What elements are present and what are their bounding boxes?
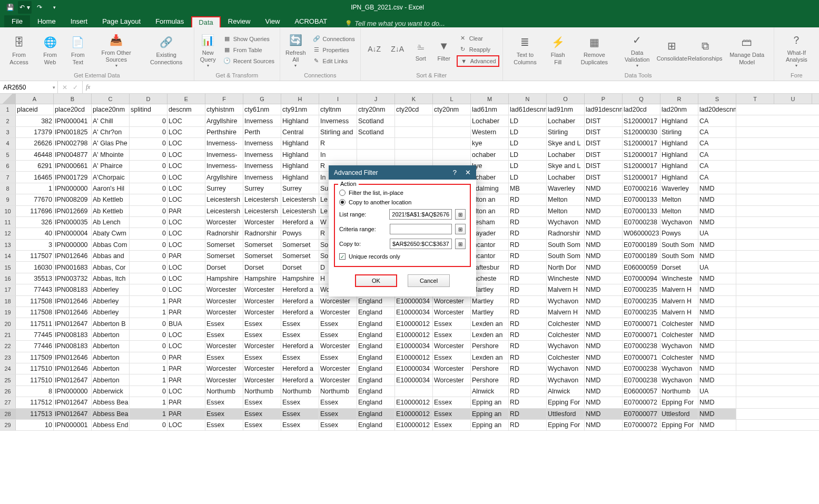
column-header-cell[interactable]: ctyhistnm — [205, 104, 243, 115]
help-icon[interactable]: ? — [453, 169, 457, 176]
properties-button[interactable]: ☰Properties — [310, 45, 357, 55]
cell[interactable]: South Som — [547, 240, 585, 250]
column-header-cell[interactable]: lad20nm — [660, 104, 698, 115]
cell[interactable]: E10000012 — [395, 397, 433, 408]
cell[interactable]: Lochaber — [547, 150, 585, 160]
row-header[interactable]: 12 — [0, 228, 16, 239]
cell[interactable]: E07000094 — [623, 273, 660, 284]
row-header[interactable]: 7 — [0, 172, 16, 182]
ok-button[interactable]: OK — [355, 274, 397, 287]
cell[interactable]: IPN008183 — [54, 341, 92, 351]
formula-input[interactable] — [93, 81, 819, 93]
cell[interactable]: RD — [509, 386, 547, 397]
cell[interactable]: E07000133 — [623, 194, 660, 205]
cell[interactable]: Wincheste — [660, 273, 698, 284]
cell[interactable]: Martley — [471, 307, 509, 318]
cell[interactable]: NMD — [585, 307, 623, 318]
manage-data-model-button[interactable]: 🗃Manage Data Model — [724, 33, 771, 66]
cell[interactable]: NMD — [698, 307, 736, 318]
cell[interactable]: Powys — [281, 228, 319, 239]
cell[interactable]: 117512 — [16, 397, 54, 408]
cell[interactable]: S12000030 — [623, 127, 660, 137]
cell[interactable]: S12000017 — [623, 138, 660, 149]
cell[interactable] — [395, 386, 433, 397]
cell[interactable]: PAR — [167, 397, 205, 408]
cell[interactable]: E10000034 — [395, 341, 433, 351]
cell[interactable]: Abberley — [92, 307, 130, 318]
cell[interactable]: RD — [509, 420, 547, 430]
column-header[interactable]: S — [698, 94, 736, 104]
cell[interactable]: Aaron's Hil — [92, 183, 130, 194]
cell[interactable]: Radnorshir — [205, 228, 243, 239]
cell[interactable]: DIST — [585, 161, 623, 171]
tab-acrobat[interactable]: ACROBAT — [287, 15, 334, 27]
cell[interactable]: E07000077 — [623, 409, 660, 419]
fx-icon[interactable]: fx — [83, 81, 93, 93]
cell[interactable]: Worcester — [319, 374, 357, 385]
column-header[interactable]: A — [16, 94, 54, 104]
cell[interactable]: NMD — [698, 409, 736, 419]
cell[interactable]: Essex — [433, 352, 471, 363]
cell[interactable]: Hereford a — [281, 341, 319, 351]
row-header[interactable]: 27 — [0, 397, 16, 408]
from-web-button[interactable]: 🌐From Web — [37, 33, 63, 66]
column-header[interactable]: C — [92, 94, 130, 104]
data-validation-button[interactable]: ✓Data Validation▾ — [619, 31, 655, 70]
cell[interactable]: Essex — [319, 318, 357, 329]
column-header-cell[interactable]: lad91descnm — [585, 104, 623, 115]
cell[interactable]: Malvern H — [660, 284, 698, 295]
cell[interactable]: 0 — [130, 228, 167, 239]
cell[interactable]: LOC — [167, 183, 205, 194]
cell[interactable]: Worcester — [243, 284, 281, 295]
cell[interactable]: Inverness- — [205, 138, 243, 149]
row-header[interactable]: 9 — [0, 194, 16, 205]
cell[interactable]: NMD — [698, 284, 736, 295]
cell[interactable]: Essex — [319, 352, 357, 363]
cell[interactable]: England — [357, 318, 395, 329]
column-header[interactable]: H — [281, 94, 319, 104]
cell[interactable]: Pershore — [471, 363, 509, 374]
cell[interactable]: Northumb — [281, 386, 319, 397]
cell[interactable]: NMD — [585, 341, 623, 351]
cell[interactable]: RD — [509, 318, 547, 329]
cell[interactable]: Melton — [547, 206, 585, 216]
cell[interactable]: Essex — [319, 397, 357, 408]
cell[interactable]: Epping For — [547, 397, 585, 408]
cell[interactable]: NMD — [585, 217, 623, 228]
consolidate-button[interactable]: ⊞Consolidate — [657, 36, 687, 63]
cell[interactable]: Worcester — [205, 296, 243, 307]
cell[interactable]: Stirling — [547, 127, 585, 137]
cell[interactable]: Radnorshir — [243, 228, 281, 239]
cell[interactable]: Northumb — [319, 386, 357, 397]
cell[interactable]: LOC — [167, 420, 205, 430]
cell[interactable]: Essex — [433, 330, 471, 340]
column-header-cell[interactable]: lad91nm — [547, 104, 585, 115]
cell[interactable] — [433, 127, 471, 137]
cell[interactable]: Leicestersh — [205, 194, 243, 205]
cell[interactable]: 77445 — [16, 330, 54, 340]
column-header-cell[interactable]: place20nm — [92, 104, 130, 115]
cell[interactable]: 117513 — [16, 409, 54, 419]
cell[interactable]: 326 — [16, 217, 54, 228]
cell[interactable]: Wychavon — [547, 341, 585, 351]
from-other-sources-button[interactable]: 📥From Other Sources▾ — [93, 31, 140, 70]
cell[interactable]: NMD — [585, 409, 623, 419]
cell[interactable]: Colchester — [547, 330, 585, 340]
cell[interactable]: 1 — [130, 409, 167, 419]
cell[interactable]: Martley — [471, 284, 509, 295]
cell[interactable]: IPN012647 — [54, 374, 92, 385]
cell[interactable]: Essex — [319, 409, 357, 419]
cell[interactable]: E07000071 — [623, 352, 660, 363]
cell[interactable]: 1 — [130, 296, 167, 307]
cell[interactable]: Surrey — [243, 183, 281, 194]
save-icon[interactable]: 💾 — [3, 1, 17, 14]
cell[interactable]: Dorset — [205, 262, 243, 272]
cell[interactable]: 0 — [130, 386, 167, 397]
cell[interactable]: 1 — [130, 307, 167, 318]
cell[interactable]: A' Glas Phe — [92, 138, 130, 149]
cell[interactable]: vesham — [471, 217, 509, 228]
cell[interactable]: RD — [509, 397, 547, 408]
cell[interactable]: E10000034 — [395, 363, 433, 374]
cell[interactable]: In — [319, 150, 357, 160]
cell[interactable]: RD — [509, 330, 547, 340]
